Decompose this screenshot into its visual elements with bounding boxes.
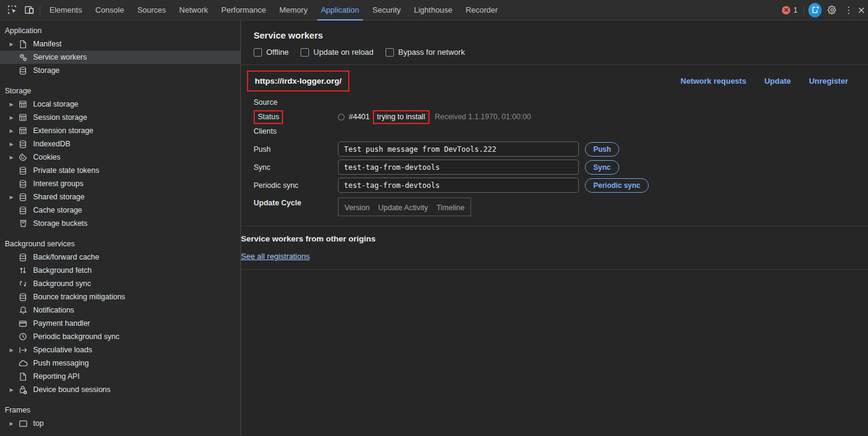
settings-gear-icon[interactable] bbox=[823, 2, 840, 18]
tab-security[interactable]: Security bbox=[366, 0, 407, 20]
sidebar-item-background-sync[interactable]: Background sync bbox=[0, 277, 240, 290]
sidebar-item-indexeddb[interactable]: ▶IndexedDB bbox=[0, 137, 240, 151]
checkbox-offline[interactable]: Offline bbox=[254, 48, 289, 57]
sidebar-item-bounce-tracking-mitigations[interactable]: Bounce tracking mitigations bbox=[0, 290, 240, 304]
toolbar-divider bbox=[804, 5, 804, 15]
tab-elements[interactable]: Elements bbox=[43, 0, 89, 20]
sidebar-item-label: Storage buckets bbox=[33, 219, 87, 228]
tab-performance[interactable]: Performance bbox=[214, 0, 272, 20]
sidebar-item-label: Extension storage bbox=[33, 126, 93, 135]
sidebar-item-manifest[interactable]: ▶Manifest bbox=[0, 37, 240, 51]
gears-icon bbox=[18, 52, 28, 62]
action-update[interactable]: Update bbox=[764, 76, 791, 86]
periodic-sync-button[interactable]: Periodic sync bbox=[585, 178, 649, 193]
action-unregister[interactable]: Unregister bbox=[809, 76, 848, 86]
sidebar-item-private-state-tokens[interactable]: Private state tokens bbox=[0, 164, 240, 177]
status-label-annotated: Status bbox=[254, 110, 283, 124]
tab-sources[interactable]: Sources bbox=[131, 0, 173, 20]
blue-device-icon bbox=[808, 3, 822, 17]
expand-arrow-icon[interactable]: ▶ bbox=[10, 387, 18, 393]
see-all-registrations-link[interactable]: See all registrations bbox=[241, 252, 310, 261]
push-input[interactable] bbox=[338, 142, 579, 157]
sidebar-item-label: Service workers bbox=[33, 53, 87, 61]
error-badge[interactable]: ✕ 1 bbox=[782, 6, 798, 14]
inspect-element-icon[interactable] bbox=[4, 2, 20, 18]
sidebar-item-top[interactable]: ▶top bbox=[0, 417, 240, 430]
sidebar-item-label: Reporting API bbox=[33, 372, 80, 381]
tab-lighthouse[interactable]: Lighthouse bbox=[407, 0, 459, 20]
other-origins-section: Service workers from other origins See a… bbox=[241, 226, 868, 269]
sidebar-item-label: Payment handler bbox=[33, 319, 90, 328]
checkbox-icon[interactable] bbox=[254, 48, 262, 57]
tab-network[interactable]: Network bbox=[173, 0, 215, 20]
expand-arrow-icon[interactable]: ▶ bbox=[10, 195, 18, 200]
service-workers-panel: Service workers OfflineUpdate on reloadB… bbox=[241, 20, 868, 436]
sidebar-item-cache-storage[interactable]: Cache storage bbox=[0, 204, 240, 217]
sidebar-item-payment-handler[interactable]: Payment handler bbox=[0, 317, 240, 330]
card-icon bbox=[18, 319, 28, 328]
expand-arrow-icon[interactable]: ▶ bbox=[10, 42, 18, 47]
updown-icon bbox=[18, 266, 28, 275]
sidebar-item-shared-storage[interactable]: ▶Shared storage bbox=[0, 190, 240, 204]
checkbox-update-on-reload[interactable]: Update on reload bbox=[301, 48, 373, 57]
bell-icon bbox=[18, 305, 28, 315]
sidebar-item-label: Speculative loads bbox=[33, 346, 92, 354]
sidebar-item-push-messaging[interactable]: Push messaging bbox=[0, 357, 240, 370]
checkbox-label: Offline bbox=[266, 48, 289, 57]
expand-arrow-icon[interactable]: ▶ bbox=[10, 347, 18, 353]
frame-icon bbox=[18, 419, 28, 428]
expand-arrow-icon[interactable]: ▶ bbox=[10, 155, 18, 160]
sidebar-item-label: Interest groups bbox=[33, 179, 83, 188]
expand-arrow-icon[interactable]: ▶ bbox=[10, 102, 18, 107]
close-devtools-icon[interactable] bbox=[857, 2, 867, 18]
sidebar-item-notifications[interactable]: Notifications bbox=[0, 304, 240, 317]
update-cycle-table: VersionUpdate ActivityTimeline bbox=[338, 198, 471, 216]
action-network-requests[interactable]: Network requests bbox=[681, 76, 746, 86]
periodic-sync-input[interactable] bbox=[338, 178, 579, 193]
sidebar-item-speculative-loads[interactable]: ▶Speculative loads bbox=[0, 343, 240, 357]
push-button[interactable]: Push bbox=[585, 142, 619, 157]
device-badge-button[interactable] bbox=[807, 2, 823, 18]
expand-arrow-icon[interactable]: ▶ bbox=[10, 421, 18, 426]
sidebar-item-extension-storage[interactable]: ▶Extension storage bbox=[0, 124, 240, 137]
status-radio-icon[interactable] bbox=[338, 114, 345, 120]
sidebar-item-reporting-api[interactable]: Reporting API bbox=[0, 370, 240, 383]
sync-button[interactable]: Sync bbox=[585, 160, 619, 175]
sync-input[interactable] bbox=[338, 160, 579, 175]
sidebar-item-storage-buckets[interactable]: Storage buckets bbox=[0, 217, 240, 230]
sidebar-item-cookies[interactable]: ▶Cookies bbox=[0, 151, 240, 164]
error-icon: ✕ bbox=[782, 6, 790, 14]
sidebar-item-session-storage[interactable]: ▶Session storage bbox=[0, 111, 240, 124]
tab-recorder[interactable]: Recorder bbox=[459, 0, 504, 20]
sidebar-item-service-workers[interactable]: Service workers bbox=[0, 51, 240, 64]
sidebar-section-background-services: Background servicesBack/forward cacheBac… bbox=[0, 237, 240, 396]
bucket-icon bbox=[18, 219, 28, 228]
db-icon bbox=[18, 66, 28, 75]
devtools-toolbar: ElementsConsoleSourcesNetworkPerformance… bbox=[0, 0, 868, 20]
sidebar-item-background-fetch[interactable]: Background fetch bbox=[0, 264, 240, 277]
sidebar-item-back-forward-cache[interactable]: Back/forward cache bbox=[0, 251, 240, 264]
tab-application[interactable]: Application bbox=[314, 0, 366, 20]
tab-memory[interactable]: Memory bbox=[273, 0, 314, 20]
sidebar-item-periodic-background-sync[interactable]: Periodic background sync bbox=[0, 330, 240, 343]
tab-console[interactable]: Console bbox=[89, 0, 131, 20]
expand-arrow-icon[interactable]: ▶ bbox=[10, 142, 18, 147]
more-options-kebab-icon[interactable]: ⋮ bbox=[840, 2, 857, 18]
db-icon bbox=[18, 192, 28, 202]
checkbox-icon[interactable] bbox=[301, 48, 309, 57]
application-sidebar: Application▶ManifestService workersStora… bbox=[0, 20, 241, 436]
status-state-annotated: trying to install bbox=[373, 110, 429, 124]
checkbox-bypass-for-network[interactable]: Bypass for network bbox=[386, 48, 465, 57]
sidebar-section-title: Application bbox=[0, 24, 240, 37]
checkbox-icon[interactable] bbox=[386, 48, 394, 57]
sidebar-item-local-storage[interactable]: ▶Local storage bbox=[0, 98, 240, 111]
expand-arrow-icon[interactable]: ▶ bbox=[10, 128, 18, 134]
db-icon bbox=[18, 252, 28, 262]
cloud-icon bbox=[18, 358, 28, 368]
sidebar-section-storage: Storage▶Local storage▶Session storage▶Ex… bbox=[0, 84, 240, 230]
sidebar-item-interest-groups[interactable]: Interest groups bbox=[0, 177, 240, 190]
sidebar-item-device-bound-sessions[interactable]: ▶Device bound sessions bbox=[0, 383, 240, 396]
device-toolbar-icon[interactable] bbox=[20, 2, 37, 18]
sidebar-item-storage[interactable]: Storage bbox=[0, 64, 240, 77]
expand-arrow-icon[interactable]: ▶ bbox=[10, 115, 18, 120]
